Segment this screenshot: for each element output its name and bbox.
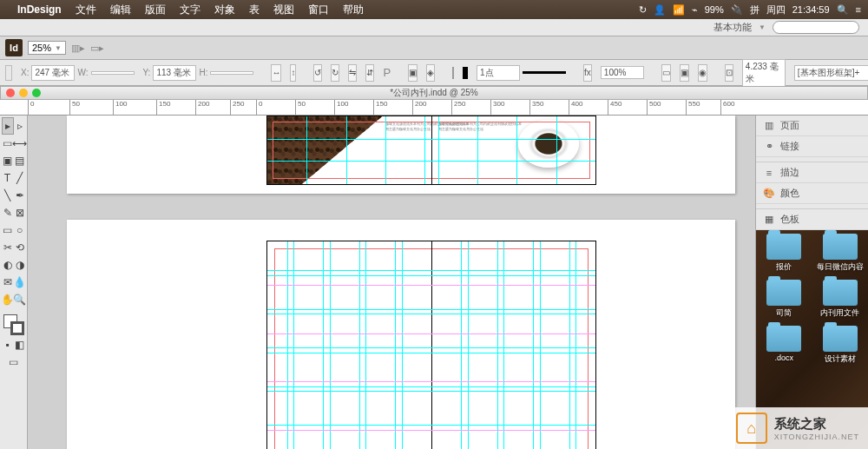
fill-stroke-icon[interactable] bbox=[3, 314, 25, 336]
scissors-tool-icon[interactable]: ✂ bbox=[2, 239, 14, 256]
folder-icon bbox=[823, 234, 858, 260]
select-container-icon[interactable]: ▣ bbox=[408, 64, 418, 82]
select-content-icon[interactable]: ◈ bbox=[426, 64, 435, 82]
direct-selection-tool-icon[interactable]: ▹ bbox=[14, 117, 26, 135]
canvas[interactable]: 咖啡文化源远流长本刊为公司内部交流刊物欢迎投稿本期主题为咖啡文化与办公生活 咖啡… bbox=[28, 116, 755, 449]
wifi-icon[interactable]: 📶 bbox=[669, 4, 688, 16]
desktop-folder[interactable]: .docx bbox=[760, 326, 809, 365]
zoom-dropdown[interactable]: 25%▼ bbox=[28, 41, 66, 55]
fitting-field[interactable]: 4.233 毫米 bbox=[742, 59, 786, 87]
w-label: W: bbox=[77, 68, 88, 77]
menu-view[interactable]: 视图 bbox=[266, 3, 301, 17]
workspace-switcher[interactable]: 基本功能 bbox=[713, 21, 752, 34]
text-wrap-none-icon[interactable]: ▭ bbox=[661, 64, 671, 82]
spread-2-page[interactable] bbox=[266, 241, 596, 449]
content-collector-icon[interactable]: ▣ bbox=[2, 152, 14, 169]
clock[interactable]: 21:34:59 bbox=[789, 4, 833, 15]
rectangle-tool-icon[interactable]: ▭ bbox=[2, 221, 14, 239]
menu-window[interactable]: 窗口 bbox=[301, 3, 336, 17]
links-icon: ⚭ bbox=[763, 141, 775, 153]
reference-point-icon[interactable] bbox=[5, 65, 12, 81]
spotlight-icon[interactable]: 🔍 bbox=[833, 4, 852, 16]
stroke-weight-field[interactable]: 1点 bbox=[477, 65, 520, 81]
panel-color[interactable]: 🎨颜色 bbox=[756, 183, 868, 204]
menu-type[interactable]: 文字 bbox=[173, 3, 207, 17]
ime-indicator[interactable]: 拼 bbox=[746, 3, 763, 17]
menu-table[interactable]: 表 bbox=[242, 3, 266, 17]
zoom-button[interactable] bbox=[32, 89, 41, 97]
desktop-folder[interactable]: 内刊用文件 bbox=[816, 280, 865, 319]
transform-tool-icon[interactable]: ⟲ bbox=[14, 239, 26, 256]
scale-y-icon[interactable]: ↕ bbox=[290, 64, 296, 82]
panel-stroke[interactable]: ≡描边 bbox=[756, 162, 868, 183]
horizontal-ruler[interactable]: 0 50 100 150 200 250 0 50 100 150 200 25… bbox=[0, 100, 868, 116]
desktop-folder[interactable]: 报价 bbox=[760, 234, 809, 273]
day-label[interactable]: 周四 bbox=[763, 3, 789, 17]
stroke-swatch[interactable] bbox=[463, 67, 468, 79]
pencil-tool-icon[interactable]: ✎ bbox=[2, 204, 14, 221]
swatches-icon: ▦ bbox=[763, 214, 775, 226]
spread-1-page[interactable]: 咖啡文化源远流长本刊为公司内部交流刊物欢迎投稿本期主题为咖啡文化与办公生活 咖啡… bbox=[266, 116, 596, 185]
menu-object[interactable]: 对象 bbox=[207, 3, 242, 17]
notifications-icon[interactable]: ≡ bbox=[852, 4, 865, 15]
selection-tool-icon[interactable]: ▸ bbox=[2, 117, 14, 135]
search-input[interactable] bbox=[773, 21, 859, 34]
desktop-folder[interactable]: 司简 bbox=[760, 280, 809, 319]
menu-layout[interactable]: 版面 bbox=[138, 3, 173, 17]
screen-mode-icon[interactable]: ▭▸ bbox=[90, 43, 104, 54]
effects-icon[interactable]: fx bbox=[583, 64, 592, 82]
desktop-folder[interactable]: 设计素材 bbox=[816, 326, 865, 365]
opacity-field[interactable]: 100% bbox=[601, 66, 644, 79]
fit-content-icon[interactable]: ⊡ bbox=[725, 64, 733, 82]
panel-swatches[interactable]: ▦色板 bbox=[756, 209, 868, 230]
pen-tool-icon[interactable]: ✒ bbox=[14, 187, 26, 204]
menu-file[interactable]: 文件 bbox=[69, 3, 103, 17]
gradient-swatch-icon[interactable]: ◐ bbox=[2, 256, 14, 274]
folder-icon bbox=[823, 326, 858, 352]
panel-links[interactable]: ⚭链接 bbox=[756, 136, 868, 157]
close-button[interactable] bbox=[6, 89, 15, 97]
stroke-icon: ≡ bbox=[763, 167, 775, 179]
rotate-cw-icon[interactable]: ↻ bbox=[331, 64, 339, 82]
app-name[interactable]: InDesign bbox=[10, 3, 69, 16]
view-toggle-icon[interactable]: ▥▸ bbox=[71, 43, 85, 54]
type-path-icon[interactable]: ╱ bbox=[14, 169, 26, 187]
line-tool-icon[interactable]: ╲ bbox=[2, 187, 14, 204]
screen-mode-tool-icon[interactable]: ▭ bbox=[2, 353, 26, 371]
content-placer-icon[interactable]: ▤ bbox=[14, 152, 26, 169]
apply-gradient-icon[interactable]: ◧ bbox=[14, 336, 26, 353]
stroke-style-dropdown[interactable] bbox=[523, 71, 566, 74]
control-bar: X: 247 毫米 W: Y: 113 毫米 H: ↔ ↕ ↺ ↻ ⇋ ⇵ P … bbox=[0, 60, 868, 86]
w-field[interactable] bbox=[91, 71, 135, 75]
text-wrap-shape-icon[interactable]: ◉ bbox=[698, 64, 707, 82]
menu-help[interactable]: 帮助 bbox=[336, 3, 371, 17]
h-field[interactable] bbox=[210, 71, 253, 75]
zoom-tool-icon[interactable]: 🔍 bbox=[14, 291, 26, 308]
gap-tool-icon[interactable]: ⟷ bbox=[14, 135, 26, 152]
fill-swatch[interactable] bbox=[452, 67, 454, 79]
type-tool-icon[interactable]: T bbox=[2, 169, 14, 187]
menu-edit[interactable]: 编辑 bbox=[103, 3, 138, 17]
minimize-button[interactable] bbox=[19, 89, 28, 97]
rectangle-frame-icon[interactable]: ⊠ bbox=[14, 204, 26, 221]
sync-icon[interactable]: ↻ bbox=[635, 4, 650, 16]
battery-icon[interactable]: ⌁ bbox=[688, 4, 701, 16]
note-tool-icon[interactable]: ✉ bbox=[2, 274, 14, 291]
apply-color-icon[interactable]: ▪ bbox=[2, 336, 14, 353]
x-field[interactable]: 247 毫米 bbox=[31, 65, 75, 81]
flip-v-icon[interactable]: ⇵ bbox=[365, 64, 374, 82]
scale-x-icon[interactable]: ↔ bbox=[271, 64, 281, 82]
y-field[interactable]: 113 毫米 bbox=[153, 65, 196, 81]
panel-pages[interactable]: ▥页面 bbox=[756, 116, 868, 136]
desktop-folder[interactable]: 每日微信内容 bbox=[816, 234, 865, 273]
object-style-dropdown[interactable]: [基本图形框架]+ bbox=[794, 65, 868, 81]
user-icon[interactable]: 👤 bbox=[650, 4, 669, 16]
gradient-feather-icon[interactable]: ◑ bbox=[14, 256, 26, 274]
rotate-ccw-icon[interactable]: ↺ bbox=[313, 64, 322, 82]
flip-h-icon[interactable]: ⇋ bbox=[348, 64, 357, 82]
text-wrap-bound-icon[interactable]: ▣ bbox=[680, 64, 689, 82]
eyedropper-tool-icon[interactable]: 💧 bbox=[14, 274, 26, 291]
ellipse-tool-icon[interactable]: ○ bbox=[14, 221, 26, 239]
hand-tool-icon[interactable]: ✋ bbox=[2, 291, 14, 308]
paragraph-icon[interactable]: P bbox=[383, 66, 391, 79]
